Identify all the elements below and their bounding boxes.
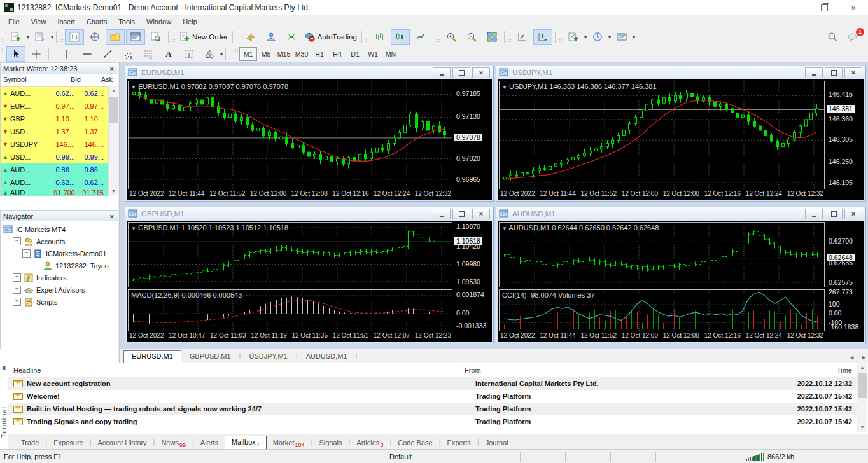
chart-close-button[interactable]: ×	[844, 209, 862, 219]
terminal-tab-trade[interactable]: Trade	[15, 437, 45, 449]
collapse-icon[interactable]: −	[22, 249, 31, 258]
label-t-button[interactable]: T	[179, 46, 199, 62]
tile-button[interactable]	[482, 29, 501, 45]
window-restore-button[interactable]	[809, 0, 839, 15]
indicator-canvas[interactable]: CCI(14) -98.0074 Volumes 37	[499, 289, 825, 331]
chart-canvas[interactable]: ▼ USDJPY,M1 146.383 146.386 146.377 146.…	[499, 81, 825, 191]
terminal-tab-exposure[interactable]: Exposure	[47, 437, 89, 449]
chart-close-button[interactable]: ×	[472, 209, 490, 219]
navigator-item-accounts[interactable]: −Accounts	[1, 235, 118, 247]
terminal-column-time[interactable]: Time	[764, 363, 857, 377]
market-watch-row[interactable]: ▲AUD...0.62...0.62...	[1, 87, 118, 100]
ind-add-dropdown-icon[interactable]: ▾	[584, 34, 587, 40]
candles-button[interactable]	[391, 29, 410, 45]
chart-tab-gbpusd-m1[interactable]: GBPUSD,M1	[181, 350, 239, 363]
market-watch-scrollbar[interactable]: ▲▼	[108, 86, 118, 196]
timeframe-m30-button[interactable]: M30	[293, 47, 311, 61]
navigator-item-icmarkets-demo01[interactable]: −ICMarkets-Demo01	[1, 247, 118, 259]
mailbox-row[interactable]: Trading Signals and copy tradingTrading …	[8, 415, 857, 428]
chart-canvas[interactable]: ▼ GBPUSD,M1 1.10520 1.10523 1.10512 1.10…	[128, 222, 452, 287]
terminal-tab-experts[interactable]: Experts	[441, 437, 477, 449]
timeframe-h1-button[interactable]: H1	[311, 47, 328, 61]
scroll-down-icon[interactable]: ▼	[109, 187, 118, 196]
chart-title-bar[interactable]: USDJPY,M1×	[496, 66, 865, 79]
menu-insert[interactable]: Insert	[52, 15, 81, 28]
chart-menu-arrow-icon[interactable]: ▼	[131, 226, 136, 232]
chart-close-button[interactable]: ×	[472, 67, 490, 78]
chart-title-bar[interactable]: AUDUSD,M1×	[496, 207, 865, 220]
trendline-button[interactable]	[98, 46, 117, 62]
templates-dropdown-icon[interactable]: ▾	[633, 34, 635, 40]
navigator-button[interactable]	[106, 29, 125, 45]
autotrading-button[interactable]: AutoTrading	[302, 29, 359, 45]
crosshair-button[interactable]	[27, 46, 46, 62]
timeframe-d1-button[interactable]: D1	[346, 47, 364, 61]
search-button[interactable]	[823, 29, 842, 45]
periods-dropdown-icon[interactable]: ▾	[608, 34, 611, 40]
chart-minimize-button[interactable]	[805, 209, 823, 219]
market-watch-row[interactable]: ▼EUR...0.97...0.97...	[1, 100, 118, 113]
terminal-tab-account-history[interactable]: Account History	[92, 437, 153, 449]
expand-icon[interactable]: +	[13, 286, 21, 294]
menu-help[interactable]: Help	[177, 15, 203, 28]
chart-title-bar[interactable]: GBPUSD,M1×	[125, 207, 493, 220]
community-button[interactable]	[262, 29, 281, 45]
mailbox-row[interactable]: Built-in Virtual Hosting — trading robot…	[8, 403, 857, 415]
terminal-close-icon[interactable]: x	[1, 364, 8, 371]
expand-icon[interactable]: +	[13, 298, 21, 306]
profiles-dropdown-icon[interactable]: ▾	[51, 34, 53, 40]
scroll-up-icon[interactable]: ▲	[109, 86, 118, 95]
autoscroll-button[interactable]	[513, 29, 532, 45]
chat-button[interactable]: 1	[843, 29, 862, 45]
chart-tab-eurusd-m1[interactable]: EURUSD,M1	[123, 350, 181, 363]
navigator-item-scripts[interactable]: +Scripts	[1, 296, 118, 308]
fibo-button[interactable]: F	[139, 46, 158, 62]
navigator-item-indicators[interactable]: +fIndicators	[1, 272, 118, 284]
terminal-scrollbar[interactable]: ▲ ▼	[857, 363, 867, 432]
bars-button[interactable]	[370, 29, 389, 45]
text-a-button[interactable]: A	[159, 46, 178, 62]
market-watch-button[interactable]	[65, 29, 84, 45]
zoom-in-button[interactable]	[442, 29, 461, 45]
terminal-column-headline[interactable]: Headline	[8, 363, 459, 377]
profiles-button[interactable]	[31, 29, 50, 45]
channel-button[interactable]: E	[118, 46, 137, 62]
mailbox-row[interactable]: New account registrationInternational Ca…	[8, 377, 857, 390]
signal-button[interactable]	[282, 29, 301, 45]
vline-button[interactable]	[57, 46, 76, 62]
status-profile[interactable]: Default	[384, 452, 520, 462]
menu-view[interactable]: View	[25, 15, 52, 28]
tab-scroll-right-icon[interactable]: ►	[858, 354, 868, 361]
collapse-icon[interactable]: −	[13, 237, 21, 245]
mailbox-row[interactable]: Welcome!Trading Platform2022.10.07 15:42	[8, 390, 857, 403]
chart-tab-audusd-m1[interactable]: AUDUSD,M1	[298, 350, 356, 363]
new-chart-button[interactable]	[6, 29, 25, 45]
menu-window[interactable]: Window	[141, 15, 177, 28]
ind-add-button[interactable]	[564, 29, 583, 45]
terminal-tab-journal[interactable]: Journal	[479, 437, 515, 449]
data-window-button[interactable]	[85, 29, 104, 45]
terminal-tab-code-base[interactable]: Code Base	[391, 437, 438, 449]
chart-minimize-button[interactable]	[433, 67, 451, 78]
market-watch-row[interactable]: ▼USD...1.37...1.37...	[1, 125, 118, 138]
market-watch-row[interactable]: ▲USD...0.99...0.99...	[1, 151, 118, 163]
new-order-button[interactable]: New Order	[177, 29, 230, 45]
navigator-item-expert-advisors[interactable]: +Expert Advisors	[1, 284, 118, 296]
scroll-down-icon[interactable]: ▼	[857, 423, 867, 432]
chart-minimize-button[interactable]	[433, 209, 451, 219]
chart-menu-arrow-icon[interactable]: ▼	[502, 226, 507, 232]
timeframe-m1-button[interactable]: M1	[239, 47, 257, 61]
chart-menu-arrow-icon[interactable]: ▼	[502, 85, 507, 90]
cursor-button[interactable]	[6, 46, 25, 62]
terminal-button[interactable]	[126, 29, 145, 45]
tester-button[interactable]	[146, 29, 165, 45]
menu-tools[interactable]: Tools	[113, 15, 141, 28]
zoom-out-button[interactable]	[462, 29, 481, 45]
chart-canvas[interactable]: ▼ EURUSD,M1 0.97082 0.97087 0.97076 0.97…	[128, 81, 452, 191]
menu-charts[interactable]: Charts	[81, 15, 113, 28]
scroll-thumb[interactable]	[858, 373, 867, 398]
terminal-tab-market[interactable]: Market104	[267, 437, 311, 449]
scroll-up-icon[interactable]: ▲	[857, 363, 867, 372]
chart-menu-arrow-icon[interactable]: ▼	[131, 85, 136, 90]
periods-button[interactable]	[588, 29, 607, 45]
